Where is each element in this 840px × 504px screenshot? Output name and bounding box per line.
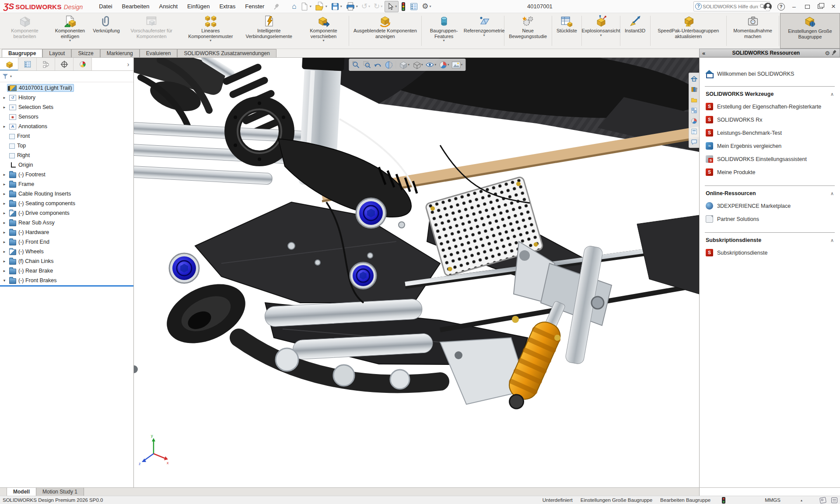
tree-item[interactable]: ▸ (-) Drive components (0, 208, 133, 218)
tree-expand-arrow[interactable]: ▸ (2, 230, 7, 234)
chevron-down-icon[interactable]: ▾ (443, 39, 445, 42)
select-tool-button[interactable]: ▾ (385, 1, 399, 12)
resources-tab-icon[interactable] (690, 74, 698, 83)
tab-display-manager[interactable] (74, 58, 92, 70)
windows-button[interactable] (814, 0, 827, 13)
new-motion-study-button[interactable]: Neue Bewegungsstudie (505, 13, 551, 49)
task-pane-link[interactable]: SOLIDWORKS Rx (706, 116, 834, 123)
tree-item[interactable]: ▾ (-) Front Brakes (0, 276, 133, 284)
task-pane-link[interactable]: SOLIDWORKS Einstellungsassistent (706, 155, 834, 163)
speedpak-update-button[interactable]: SpeedPak-Unterbaugruppen aktualisieren (651, 13, 725, 49)
task-pane-link[interactable]: Subskriptionsdienste (706, 249, 834, 256)
section-header-subscription[interactable]: Subskriptionsdienste ∧ (706, 237, 834, 243)
chevron-down-icon[interactable]: ▾ (322, 39, 324, 42)
study-tab[interactable]: Modell (7, 488, 36, 496)
command-tab[interactable]: Skizze (71, 49, 100, 57)
pane-pin-icon[interactable] (832, 50, 837, 56)
exploded-view-button[interactable]: Explosionsansicht ▾ (583, 13, 619, 49)
command-tab[interactable]: Baugruppe (2, 49, 42, 57)
tree-item[interactable]: ▸ History (0, 93, 133, 102)
tree-expand-arrow[interactable]: ▸ (2, 259, 7, 263)
tree-item[interactable]: ▸ (-) Front End (0, 237, 133, 247)
tree-item[interactable]: ▸ (f) Chain Links (0, 256, 133, 266)
close-button[interactable]: × (827, 0, 840, 13)
tree-expand-arrow[interactable]: ▸ (2, 249, 7, 254)
section-header-online[interactable]: Online-Ressourcen ∧ (706, 190, 834, 196)
menu-item[interactable]: Fenster (240, 0, 269, 13)
tree-item[interactable]: ▸ (-) Wheels (0, 247, 133, 256)
restore-button[interactable] (801, 0, 814, 13)
tree-item[interactable]: Top (0, 141, 133, 150)
chevron-down-icon[interactable]: ▾ (483, 34, 485, 37)
tree-item[interactable]: ▸ (-) Rear Brake (0, 266, 133, 276)
graphics-viewport[interactable]: x y z ▾ ▾ (134, 58, 699, 487)
tree-item[interactable]: ▸ Frame (0, 179, 133, 189)
redo-button[interactable]: ↻▾ (372, 2, 384, 11)
forum-tab-icon[interactable] (690, 137, 698, 146)
tree-expand-arrow[interactable]: ▸ (2, 201, 7, 206)
menu-item[interactable]: Extras (214, 0, 240, 13)
task-pane-link[interactable]: Meine Produkte (706, 168, 834, 176)
file-explorer-tab-icon[interactable] (690, 95, 698, 104)
reference-geometry-button[interactable]: Referenzgeometrie ▾ (465, 13, 503, 49)
smart-fasteners-button[interactable]: Intelligente Verbindungselemente (238, 13, 299, 49)
chevron-down-icon[interactable]: ▾ (600, 34, 602, 37)
tab-feature-tree[interactable] (0, 58, 18, 70)
panel-flyout-arrow[interactable]: › (123, 58, 133, 70)
component-preview-window-button[interactable]: Vorschaufenster für Komponenten (120, 13, 182, 49)
tree-expand-arrow[interactable]: ▸ (2, 182, 7, 186)
collapse-section-icon[interactable]: ∧ (830, 91, 834, 97)
collapse-pane-icon[interactable]: « (700, 50, 708, 56)
edit-appearance-button[interactable]: ▾ (438, 60, 451, 70)
tree-item[interactable]: ▸ (-) Footrest (0, 170, 133, 179)
rebuild-button[interactable] (399, 1, 407, 12)
settings-button[interactable]: ⚙▾ (420, 2, 432, 11)
tree-item[interactable]: Right (0, 150, 133, 160)
zoom-to-fit-button[interactable] (350, 60, 361, 70)
large-assembly-settings-button[interactable]: Einstellungen Große Baugruppe (780, 13, 840, 49)
zoom-to-area-button[interactable] (361, 60, 372, 70)
tree-item[interactable]: ▸ Selection Sets (0, 102, 133, 112)
edit-component-button[interactable]: Komponente bearbeiten (2, 13, 48, 49)
hide-show-items-button[interactable]: ▾ (424, 60, 438, 69)
menu-item[interactable]: Datei (94, 0, 117, 13)
quick-tips-icon[interactable] (819, 497, 826, 504)
open-file-button[interactable]: ▾ (314, 1, 329, 12)
command-tab[interactable]: Layout (42, 49, 71, 57)
view-orientation-button[interactable]: ▾ (397, 60, 411, 70)
units-caret-icon[interactable]: ▴ (801, 498, 802, 502)
help-button[interactable]: ? (774, 0, 788, 13)
view-palette-tab-icon[interactable] (690, 106, 698, 115)
display-style-button[interactable]: ▾ (411, 60, 424, 70)
tree-expand-arrow[interactable]: ▸ (2, 220, 7, 225)
tree-item[interactable]: ▸ (-) Seating components (0, 199, 133, 208)
tree-item[interactable]: ▸ Rear Sub Assy (0, 218, 133, 228)
take-snapshot-button[interactable]: Momentaufnahme machen (728, 13, 778, 49)
filter-funnel-icon[interactable] (3, 74, 9, 79)
help-search-box[interactable]: ? ▾ (693, 1, 770, 11)
apply-scene-button[interactable]: ▾ (450, 60, 464, 70)
tree-item[interactable]: Front (0, 131, 133, 141)
assembly-features-button[interactable]: Baugruppen-Features ▾ (423, 13, 465, 49)
menu-item[interactable]: Einfügen (182, 0, 214, 13)
filter-caret-icon[interactable]: ▾ (10, 74, 12, 78)
tab-configuration-manager[interactable] (37, 58, 55, 70)
instant3d-button[interactable]: Instant3D (621, 13, 649, 49)
command-tab[interactable]: Evaluieren (140, 49, 178, 57)
tree-expand-arrow[interactable]: ▸ (2, 240, 7, 244)
tree-expand-arrow[interactable]: ▾ (2, 278, 7, 283)
appearances-tab-icon[interactable] (690, 116, 698, 125)
pane-gear-icon[interactable]: ⚙ (824, 50, 831, 56)
custom-properties-tab-icon[interactable] (690, 127, 698, 136)
tree-item[interactable]: Sensors (0, 112, 133, 122)
tree-item[interactable]: Origin (0, 160, 133, 170)
menu-item[interactable]: Ansicht (154, 0, 182, 13)
design-library-tab-icon[interactable] (690, 85, 698, 94)
task-pane-link[interactable]: 3DEXPERIENCE Marketplace (706, 202, 834, 210)
tree-expand-arrow[interactable]: ▸ (2, 269, 7, 273)
splitter-handle[interactable] (0, 488, 7, 496)
command-tab[interactable]: Markierung (100, 49, 140, 57)
chevron-down-icon[interactable]: ▾ (210, 39, 211, 42)
command-tab[interactable]: SOLIDWORKS Zusatzanwendungen (177, 49, 276, 57)
user-account-button[interactable] (761, 0, 774, 13)
